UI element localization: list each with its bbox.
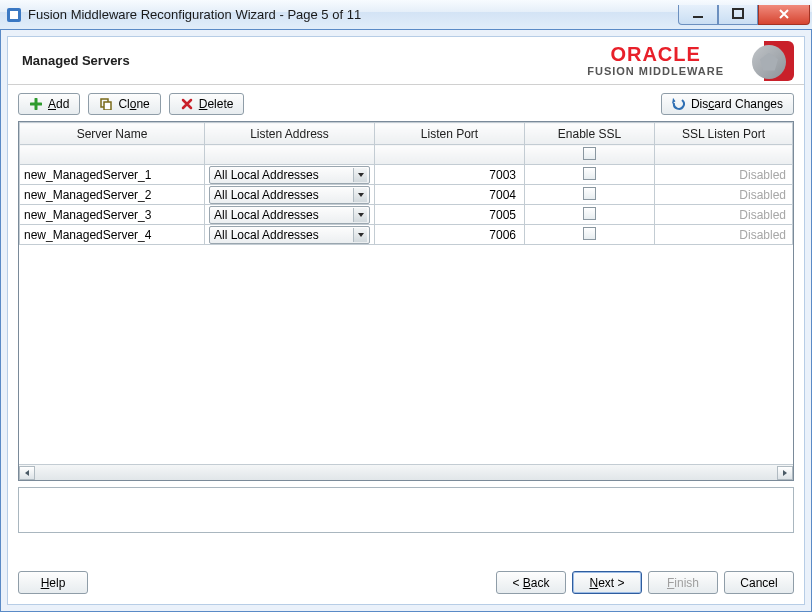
page-title: Managed Servers [22,53,130,68]
header-band: Managed Servers ORACLE FUSION MIDDLEWARE [8,37,804,85]
col-listen-port[interactable]: Listen Port [375,123,525,145]
ssl-checkbox[interactable] [583,227,596,240]
header-ssl-checkbox-cell [525,145,655,165]
table-row[interactable]: new_ManagedServer_2All Local Addresses70… [20,185,793,205]
message-area [18,487,794,533]
chevron-down-icon[interactable] [353,168,367,182]
cancel-button[interactable]: Cancel [724,571,794,594]
maximize-button[interactable] [718,5,758,25]
window-title: Fusion Middleware Reconfiguration Wizard… [28,7,678,22]
combo-value: All Local Addresses [214,228,353,242]
svg-rect-3 [733,9,743,18]
toolbar: Add Clone Delete Discard Changes [8,85,804,121]
listen-address-combo[interactable]: All Local Addresses [209,226,370,244]
cell-listen-port[interactable]: 7003 [375,165,525,185]
brand-badge [734,41,794,81]
app-icon [6,7,22,23]
combo-value: All Local Addresses [214,168,353,182]
cell-server-name[interactable]: new_ManagedServer_4 [20,225,205,245]
add-label-rest: dd [56,97,69,111]
listen-address-combo[interactable]: All Local Addresses [209,166,370,184]
cell-ssl-listen-port: Disabled [655,205,793,225]
chevron-down-icon[interactable] [353,188,367,202]
footer-bar: Help < Back Next > Finish Cancel [8,563,804,604]
cell-listen-port[interactable]: 7004 [375,185,525,205]
col-ssl-listen-port[interactable]: SSL Listen Port [655,123,793,145]
cell-listen-address[interactable]: All Local Addresses [205,165,375,185]
copy-icon [99,97,113,111]
cell-enable-ssl[interactable] [525,225,655,245]
undo-icon [672,97,686,111]
scroll-left-button[interactable] [19,466,35,480]
cell-listen-port[interactable]: 7005 [375,205,525,225]
listen-address-combo[interactable]: All Local Addresses [209,186,370,204]
cell-listen-address[interactable]: All Local Addresses [205,205,375,225]
x-icon [180,97,194,111]
svg-rect-5 [104,102,111,110]
svg-rect-1 [10,11,18,19]
combo-value: All Local Addresses [214,208,353,222]
cell-server-name[interactable]: new_ManagedServer_3 [20,205,205,225]
listen-address-combo[interactable]: All Local Addresses [209,206,370,224]
plus-icon [29,97,43,111]
cell-enable-ssl[interactable] [525,205,655,225]
cell-ssl-listen-port: Disabled [655,185,793,205]
cell-listen-address[interactable]: All Local Addresses [205,225,375,245]
minimize-button[interactable] [678,5,718,25]
cell-ssl-listen-port: Disabled [655,165,793,185]
table-row[interactable]: new_ManagedServer_3All Local Addresses70… [20,205,793,225]
ssl-checkbox[interactable] [583,187,596,200]
servers-table: Server Name Listen Address Listen Port E… [18,121,794,481]
scroll-right-button[interactable] [777,466,793,480]
clone-button[interactable]: Clone [88,93,160,115]
back-button[interactable]: < Back [496,571,566,594]
add-button[interactable]: Add [18,93,80,115]
close-button[interactable] [758,5,810,25]
discard-changes-button[interactable]: Discard Changes [661,93,794,115]
brand-block: ORACLE FUSION MIDDLEWARE [587,41,794,81]
col-listen-address[interactable]: Listen Address [205,123,375,145]
finish-button: Finish [648,571,718,594]
brand-subtitle: FUSION MIDDLEWARE [587,66,724,77]
help-button[interactable]: Help [18,571,88,594]
cell-enable-ssl[interactable] [525,165,655,185]
cell-listen-port[interactable]: 7006 [375,225,525,245]
cell-server-name[interactable]: new_ManagedServer_1 [20,165,205,185]
cell-listen-address[interactable]: All Local Addresses [205,185,375,205]
ssl-checkbox[interactable] [583,207,596,220]
cell-ssl-listen-port: Disabled [655,225,793,245]
ssl-checkbox[interactable] [583,167,596,180]
cell-server-name[interactable]: new_ManagedServer_2 [20,185,205,205]
col-server-name[interactable]: Server Name [20,123,205,145]
col-enable-ssl[interactable]: Enable SSL [525,123,655,145]
brand-logo-text: ORACLE [587,44,724,64]
title-bar: Fusion Middleware Reconfiguration Wizard… [0,0,812,30]
cell-enable-ssl[interactable] [525,185,655,205]
table-row[interactable]: new_ManagedServer_4All Local Addresses70… [20,225,793,245]
next-button[interactable]: Next > [572,571,642,594]
chevron-down-icon[interactable] [353,228,367,242]
chevron-down-icon[interactable] [353,208,367,222]
horizontal-scrollbar[interactable] [19,464,793,480]
combo-value: All Local Addresses [214,188,353,202]
select-all-ssl-checkbox[interactable] [583,147,596,160]
table-row[interactable]: new_ManagedServer_1All Local Addresses70… [20,165,793,185]
svg-rect-2 [693,16,703,18]
delete-button[interactable]: Delete [169,93,245,115]
